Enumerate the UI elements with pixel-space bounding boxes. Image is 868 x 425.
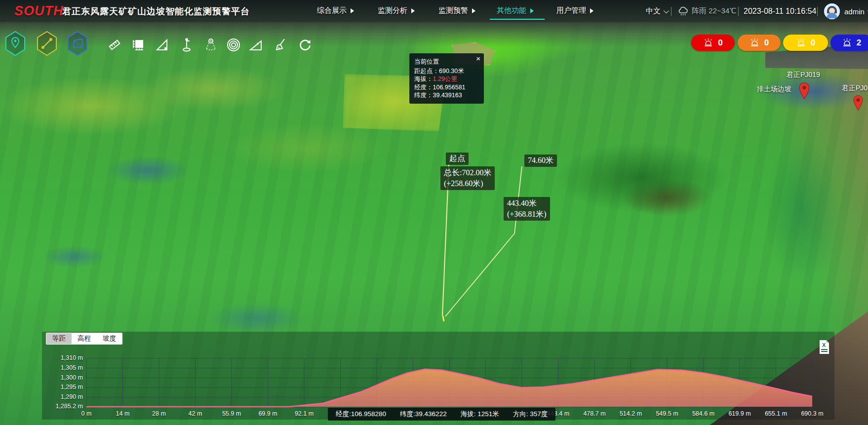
profile-analysis-panel: 等距 高程 坡度 X [42, 332, 834, 420]
username: admin [844, 7, 865, 16]
alarm-count: 0 [811, 38, 815, 48]
segment2-label: 443.40米 (+368.81米) [504, 197, 550, 221]
x-axis-tick: 28 m [152, 410, 166, 417]
alarm-badge-blue[interactable]: 2 [830, 35, 868, 51]
arrow-right-icon [411, 8, 415, 13]
rain-cloud-icon [677, 6, 689, 17]
status-longitude: 经度:106.958280 [336, 410, 386, 419]
tooltip-row: 距起点：690.30米 [414, 67, 479, 76]
segment1-label: 74.60米 [524, 155, 557, 167]
marker-pole-icon[interactable] [179, 38, 194, 52]
y-axis-tick: 1,285.2 m [48, 403, 83, 410]
x-axis-tick: 478.7 m [583, 410, 605, 417]
slope-analysis-icon[interactable] [248, 38, 263, 52]
siren-icon [842, 38, 852, 48]
pin-label-pj0: 君正PJ0 [842, 84, 868, 93]
siren-icon [796, 38, 806, 48]
y-axis-tick: 1,295 m [48, 384, 83, 390]
tooltip-title: 当前位置 [414, 58, 479, 66]
siren-icon [750, 38, 760, 48]
status-latitude: 纬度:39.436222 [400, 410, 447, 419]
tooltip-row: 纬度：39.439163 [414, 91, 479, 100]
divider [671, 7, 671, 16]
total-length-label: 总长:702.00米 (+258.60米) [440, 166, 495, 190]
x-axis-tick: 0 m [81, 410, 92, 417]
segment2-line1: 443.40米 [507, 198, 547, 209]
arrow-right-icon [472, 8, 475, 13]
tab-elevation[interactable]: 高程 [72, 333, 97, 344]
x-axis-tick: 549.5 m [656, 410, 678, 417]
segment2-line2: (+368.81米) [507, 209, 547, 220]
refresh-icon[interactable] [298, 38, 313, 52]
arrow-right-icon [530, 8, 534, 13]
alarm-count: 0 [764, 38, 769, 48]
mine-monitoring-app: 起点 总长:702.00米 (+258.60米) 74.60米 443.40米 … [0, 0, 868, 425]
tab-equidistant[interactable]: 等距 [46, 333, 72, 344]
alarm-badge-orange[interactable]: 0 [738, 35, 781, 51]
area-measure-tool[interactable] [67, 31, 88, 56]
chevron-down-icon [664, 7, 669, 13]
buffer-rings-icon[interactable] [226, 38, 241, 52]
map-pin-icon[interactable] [798, 82, 811, 100]
alarm-count: 2 [857, 38, 861, 48]
arrow-right-icon [590, 8, 593, 13]
x-axis-tick: 55.9 m [222, 410, 241, 417]
pin-label-dump-slope: 排土场边坡 [757, 85, 791, 94]
angle-measure-icon[interactable] [155, 38, 169, 52]
x-axis-tick: 69.9 m [258, 410, 277, 417]
alarm-badge-red[interactable]: 0 [691, 35, 735, 51]
profile-tabbar: 等距 高程 坡度 [46, 333, 122, 345]
top-navigation-bar: SOUTH 君正东风露天矿矿山边坡智能化监测预警平台 综合展示 监测分析 监测预… [0, 0, 868, 22]
brand-logo: SOUTH [14, 3, 64, 19]
nav-overview[interactable]: 综合展示 [317, 6, 354, 15]
x-axis-tick: 14 m [116, 410, 130, 417]
x-axis-tick: 42 m [189, 410, 202, 417]
pin-label-pj019: 君正PJ019 [787, 71, 820, 79]
language-selector[interactable]: 中文 [646, 0, 668, 22]
excel-export-icon[interactable]: X [818, 340, 830, 354]
location-pin-tool[interactable] [5, 31, 26, 56]
alarm-badge-yellow[interactable]: 0 [783, 35, 828, 51]
y-axis-tick: 1,310 m [48, 354, 83, 361]
y-axis-tick: 1,305 m [48, 364, 83, 371]
line-measure-tool[interactable] [37, 31, 57, 56]
x-axis-tick: 584.6 m [692, 410, 714, 417]
weather-widget: 阵雨 22~34℃ [677, 0, 736, 22]
clear-broom-icon[interactable] [274, 38, 289, 52]
avatar [824, 3, 840, 19]
y-axis-tick: 1,290 m [48, 393, 83, 400]
alarm-count: 0 [718, 38, 722, 48]
map-pin-icon[interactable] [852, 95, 864, 111]
x-axis-tick: 92.1 m [295, 410, 314, 417]
tab-slope[interactable]: 坡度 [97, 333, 122, 344]
siren-icon [703, 38, 713, 48]
arrow-right-icon [351, 8, 354, 13]
current-position-tooltip: × 当前位置 距起点：690.30米 海拔：1.29公里 经度：106.9565… [409, 53, 484, 104]
y-axis-tick: 1,300 m [48, 374, 83, 381]
datetime-display: 2023-08-11 10:16:54 [744, 0, 816, 22]
x-axis-tick: 690.3 m [801, 410, 823, 417]
surface-area-icon[interactable] [131, 38, 146, 52]
status-altitude: 海拔: 1251米 [461, 410, 499, 419]
status-heading: 方向: 357度 [513, 410, 548, 419]
user-menu[interactable]: admin [824, 3, 868, 20]
x-axis-tick: 619.9 m [728, 410, 750, 417]
tooltip-row: 海拔：1.29公里 [414, 75, 479, 83]
nav-user-management[interactable]: 用户管理 [556, 6, 593, 15]
divider [817, 7, 818, 16]
divider [738, 7, 739, 16]
tooltip-row: 经度：106.956581 [414, 83, 479, 92]
svg-text:X: X [822, 342, 826, 348]
viewshed-icon[interactable] [203, 38, 218, 52]
x-axis-tick: 655.1 m [765, 410, 787, 417]
close-icon[interactable]: × [476, 55, 480, 62]
nav-monitor-analysis[interactable]: 监测分析 [378, 6, 415, 15]
start-point-label: 起点 [446, 153, 469, 165]
page-title: 君正东风露天矿矿山边坡智能化监测预警平台 [62, 5, 250, 17]
total-length-line2: (+258.60米) [444, 178, 491, 189]
nav-other-functions[interactable]: 其他功能 [497, 6, 534, 15]
camera-status-bar: 经度:106.958280 纬度:39.436222 海拔: 1251米 方向:… [328, 408, 555, 421]
nav-monitor-warning[interactable]: 监测预警 [438, 6, 475, 15]
x-axis-tick: 514.2 m [620, 410, 642, 417]
distance-ruler-icon[interactable] [107, 38, 122, 52]
